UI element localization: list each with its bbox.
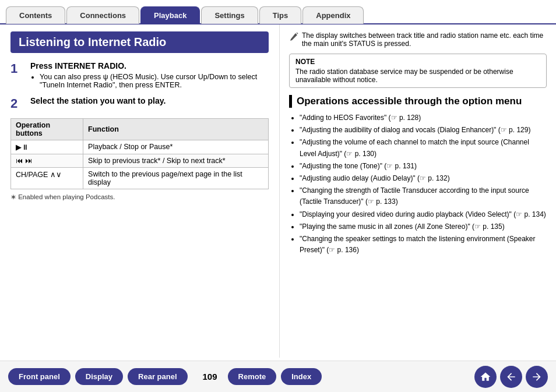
home-button[interactable] bbox=[474, 366, 497, 388]
table-cell-btn-3: CH/PAGE ∧∨ bbox=[11, 168, 83, 189]
note-text: The radio station database service may b… bbox=[295, 68, 540, 84]
forward-button[interactable] bbox=[526, 366, 548, 388]
list-item: "Adjusting the tone (Tone)" (☞ p. 131) bbox=[300, 161, 547, 172]
tab-contents[interactable]: Contents bbox=[6, 6, 65, 24]
table-col2-header: Function bbox=[83, 119, 269, 140]
list-item: "Adjusting the audibility of dialog and … bbox=[300, 125, 547, 136]
list-item: "Playing the same music in all zones (Al… bbox=[300, 221, 547, 232]
tab-playback[interactable]: Playback bbox=[140, 6, 200, 24]
rear-panel-button[interactable]: Rear panel bbox=[128, 368, 187, 385]
list-item: "Adjusting the volume of each channel to… bbox=[300, 137, 547, 159]
tab-tips[interactable]: Tips bbox=[259, 6, 302, 24]
bottom-bar: Front panel Display Rear panel 109 Remot… bbox=[0, 361, 556, 392]
step-1: 1 Press INTERNET RADIO. You can also pre… bbox=[10, 61, 269, 89]
right-column: The display switches between track title… bbox=[280, 24, 556, 358]
note-box: NOTE The radio station database service … bbox=[289, 54, 547, 88]
list-item: "Adjusting audio delay (Audio Delay)" (☞… bbox=[300, 173, 547, 184]
step-1-content: Press INTERNET RADIO. You can also press… bbox=[30, 61, 269, 89]
option-menu-list: "Adding to HEOS Favorites" (☞ p. 128) "A… bbox=[300, 112, 547, 256]
list-item: "Displaying your desired video during au… bbox=[300, 209, 547, 220]
step-1-number: 1 bbox=[10, 61, 27, 76]
table-row: CH/PAGE ∧∨ Switch to the previous page/n… bbox=[11, 168, 269, 189]
tab-connections[interactable]: Connections bbox=[66, 6, 139, 24]
home-icon bbox=[480, 371, 491, 383]
table-cell-btn-1: ▶⏸ bbox=[11, 140, 83, 154]
page-title: Listening to Internet Radio bbox=[10, 31, 269, 53]
page-number: 109 bbox=[203, 372, 217, 382]
back-arrow-icon bbox=[505, 371, 517, 383]
table-row: ⏮ ⏭ Skip to previous track* / Skip to ne… bbox=[11, 154, 269, 168]
tab-settings[interactable]: Settings bbox=[201, 6, 258, 24]
operation-table: Operation buttons Function ▶⏸ Playback /… bbox=[10, 118, 269, 189]
step-1-note: You can also press ψ (HEOS Music). Use c… bbox=[40, 73, 269, 89]
left-column: Listening to Internet Radio 1 Press INTE… bbox=[0, 24, 280, 358]
display-button[interactable]: Display bbox=[75, 368, 123, 385]
table-col1-header: Operation buttons bbox=[11, 119, 83, 140]
front-panel-button[interactable]: Front panel bbox=[8, 368, 71, 385]
remote-button[interactable]: Remote bbox=[228, 368, 277, 385]
section-title: Operations accessible through the option… bbox=[289, 95, 547, 108]
pencil-note: The display switches between track title… bbox=[289, 31, 547, 48]
list-item: "Adding to HEOS Favorites" (☞ p. 128) bbox=[300, 112, 547, 123]
pencil-icon bbox=[289, 33, 298, 44]
nav-tabs: Contents Connections Playback Settings T… bbox=[0, 0, 556, 24]
step-2-heading: Select the station you want to play. bbox=[30, 96, 166, 105]
back-button[interactable] bbox=[500, 366, 522, 388]
step-1-heading: Press INTERNET RADIO. bbox=[30, 61, 126, 70]
table-cell-func-1: Playback / Stop or Pause* bbox=[83, 140, 269, 154]
table-cell-func-2: Skip to previous track* / Skip to next t… bbox=[83, 154, 269, 168]
step-2-number: 2 bbox=[10, 96, 27, 111]
note-label: NOTE bbox=[295, 58, 540, 66]
list-item: "Changing the speaker settings to match … bbox=[300, 234, 547, 256]
pencil-note-text: The display switches between track title… bbox=[302, 31, 547, 48]
asterisk-note: ∗ Enabled when playing Podcasts. bbox=[10, 193, 269, 201]
table-cell-btn-2: ⏮ ⏭ bbox=[11, 154, 83, 168]
index-button[interactable]: Index bbox=[281, 368, 322, 385]
step-2-content: Select the station you want to play. bbox=[30, 96, 269, 105]
table-row: ▶⏸ Playback / Stop or Pause* bbox=[11, 140, 269, 154]
forward-arrow-icon bbox=[531, 371, 543, 383]
tab-appendix[interactable]: Appendix bbox=[302, 6, 364, 24]
main-content: Listening to Internet Radio 1 Press INTE… bbox=[0, 24, 556, 358]
list-item: "Changing the strength of Tactile Transd… bbox=[300, 185, 547, 207]
step-2: 2 Select the station you want to play. bbox=[10, 96, 269, 111]
table-cell-func-3: Switch to the previous page/next page in… bbox=[83, 168, 269, 189]
